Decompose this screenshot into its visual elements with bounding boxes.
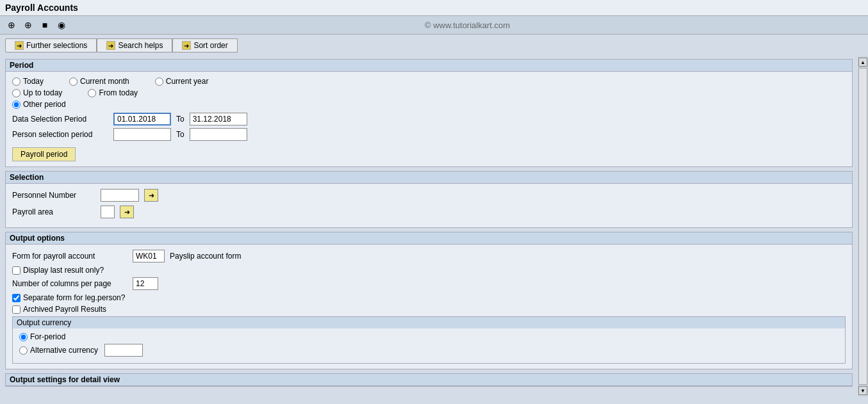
- separate-form-checkbox[interactable]: [12, 294, 20, 302]
- radio-up-to-today[interactable]: Up to today: [12, 88, 62, 97]
- data-selection-to[interactable]: [190, 113, 247, 125]
- separate-form-label: Separate form for leg.person?: [23, 293, 125, 302]
- personnel-number-arrow-btn[interactable]: ➜: [144, 189, 158, 202]
- tab-further-selections-label: Further selections: [26, 41, 87, 50]
- tabs-bar: ➜ Further selections ➜ Search helps ➜ So…: [0, 35, 868, 56]
- archived-label: Archived Payroll Results: [23, 305, 106, 314]
- form-value-input[interactable]: [133, 250, 165, 263]
- to-label-1: To: [176, 115, 184, 124]
- toolbar-icon-3[interactable]: ■: [38, 19, 51, 31]
- radio-current-year[interactable]: Current year: [155, 77, 209, 86]
- person-selection-label: Person selection period: [12, 130, 108, 139]
- form-label: Form for payroll account: [12, 252, 127, 261]
- to-label-2: To: [176, 130, 184, 139]
- person-selection-from[interactable]: [113, 128, 171, 141]
- personnel-number-input[interactable]: [101, 189, 139, 202]
- output-options-section: Output options Form for payroll account …: [5, 232, 853, 369]
- tab-sort-order-label: Sort order: [193, 41, 227, 50]
- tab-search-helps[interactable]: ➜ Search helps: [97, 38, 172, 53]
- radio-today[interactable]: Today: [12, 77, 44, 86]
- data-selection-label: Data Selection Period: [12, 115, 108, 124]
- toolbar: ⊕ ⊕ ■ ◉ © www.tutorialkart.com: [0, 16, 868, 35]
- display-last-checkbox[interactable]: [12, 266, 20, 275]
- selection-section: Selection Personnel Number ➜ Payroll are…: [5, 171, 853, 228]
- tab-arrow-2: ➜: [106, 41, 115, 50]
- toolbar-icon-1[interactable]: ⊕: [5, 19, 18, 31]
- toolbar-icon-2[interactable]: ⊕: [22, 19, 35, 31]
- payroll-area-arrow-btn[interactable]: ➜: [120, 206, 134, 218]
- archived-checkbox[interactable]: [12, 305, 20, 314]
- title-bar: Payroll Accounts: [0, 0, 868, 16]
- radio-today-label: Today: [23, 77, 44, 86]
- scroll-up-btn[interactable]: ▲: [858, 58, 867, 67]
- radio-up-to-today-label: Up to today: [23, 88, 62, 97]
- radio-current-month-label: Current month: [80, 77, 129, 86]
- person-selection-to[interactable]: [190, 128, 247, 141]
- toolbar-icon-4[interactable]: ◉: [55, 19, 68, 31]
- display-last-label: Display last result only?: [23, 266, 104, 275]
- alt-currency-label: Alternative currency: [30, 346, 98, 355]
- output-detail-title: Output settings for detail view: [6, 374, 852, 386]
- radio-current-year-label: Current year: [166, 77, 209, 86]
- tab-further-selections[interactable]: ➜ Further selections: [5, 38, 97, 53]
- payroll-area-input[interactable]: [101, 206, 115, 218]
- payroll-period-button[interactable]: Payroll period: [12, 147, 76, 161]
- columns-label: Number of columns per page: [12, 279, 127, 288]
- payroll-area-label: Payroll area: [12, 207, 95, 216]
- output-detail-section: Output settings for detail view: [5, 373, 853, 387]
- tab-arrow-1: ➜: [15, 41, 24, 50]
- for-period-radio[interactable]: [19, 333, 28, 341]
- radio-from-today-label: From today: [99, 88, 138, 97]
- for-period-label: For-period: [30, 332, 65, 341]
- tab-search-helps-label: Search helps: [118, 41, 163, 50]
- page-title: Payroll Accounts: [5, 3, 78, 13]
- watermark: © www.tutorialkart.com: [72, 20, 863, 30]
- output-options-title: Output options: [6, 232, 852, 245]
- output-currency-section: Output currency For-period Alternative c…: [12, 316, 846, 364]
- scroll-down-btn[interactable]: ▼: [858, 386, 867, 395]
- period-section-title: Period: [6, 60, 852, 72]
- scrollbar[interactable]: ▲ ▼: [858, 56, 868, 396]
- selection-section-title: Selection: [6, 172, 852, 184]
- period-section: Period Today Current month Current year: [5, 59, 853, 167]
- radio-from-today[interactable]: From today: [88, 88, 138, 97]
- alt-currency-input[interactable]: [104, 344, 143, 357]
- tab-sort-order[interactable]: ➜ Sort order: [172, 38, 237, 53]
- tab-arrow-3: ➜: [182, 41, 191, 50]
- scroll-track: [858, 68, 867, 385]
- output-currency-title: Output currency: [13, 317, 845, 328]
- alt-currency-radio[interactable]: [19, 346, 28, 355]
- data-selection-from[interactable]: [113, 113, 171, 125]
- radio-current-month[interactable]: Current month: [69, 77, 129, 86]
- radio-other-period-label: Other period: [23, 100, 66, 109]
- form-desc: Payslip account form: [170, 252, 241, 261]
- radio-other-period[interactable]: Other period: [12, 100, 66, 109]
- columns-input[interactable]: [133, 277, 158, 290]
- personnel-number-label: Personnel Number: [12, 191, 95, 200]
